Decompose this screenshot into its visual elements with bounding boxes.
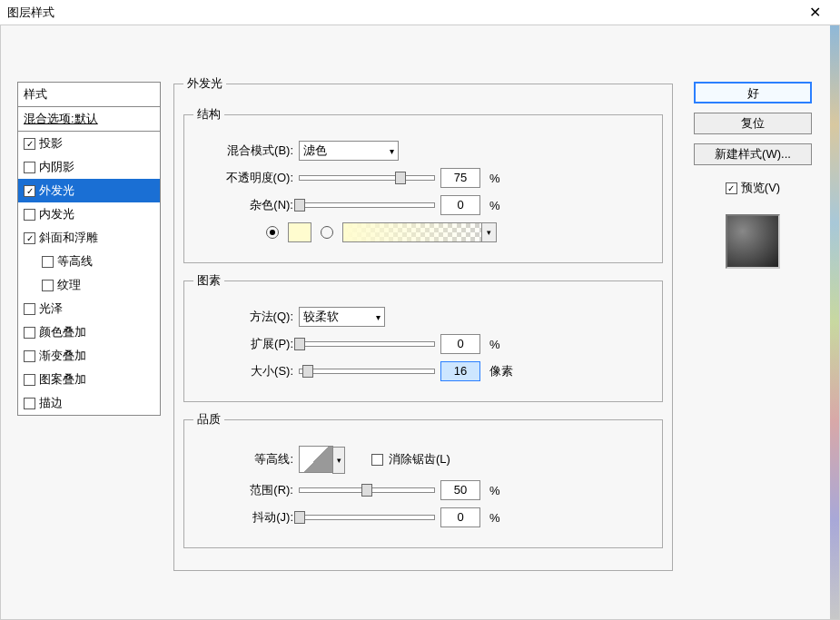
right-column: 好 复位 新建样式(W)... 预览(V) xyxy=(689,82,816,269)
style-label: 图案叠加 xyxy=(39,371,86,388)
opacity-unit: % xyxy=(489,172,500,185)
preview-checkbox[interactable] xyxy=(726,182,737,194)
style-item-8[interactable]: 颜色叠加 xyxy=(18,320,160,344)
new-style-button[interactable]: 新建样式(W)... xyxy=(694,143,812,165)
structure-legend: 结构 xyxy=(193,106,224,123)
antialias-checkbox[interactable] xyxy=(371,454,383,466)
section-title: 外发光 xyxy=(183,75,226,92)
style-checkbox[interactable] xyxy=(24,138,35,150)
style-checkbox[interactable] xyxy=(24,232,35,244)
spread-unit: % xyxy=(489,338,500,351)
color-radio[interactable] xyxy=(266,226,279,239)
style-item-2[interactable]: 外发光 xyxy=(18,179,160,202)
size-label: 大小(S): xyxy=(193,363,293,379)
range-label: 范围(R): xyxy=(193,482,293,498)
style-label: 内发光 xyxy=(39,206,74,222)
elements-fieldset: 图素 方法(Q): 较柔软 ▾ 扩展(P): 0 % 大小(S): xyxy=(183,272,663,402)
styles-header[interactable]: 样式 xyxy=(18,83,160,107)
elements-legend: 图素 xyxy=(193,272,224,289)
technique-combo[interactable]: 较柔软 ▾ xyxy=(299,307,385,327)
decorative-strip xyxy=(830,25,839,619)
titlebar: 图层样式 ✕ xyxy=(0,0,840,25)
size-slider[interactable] xyxy=(299,369,435,374)
style-checkbox[interactable] xyxy=(42,280,54,291)
color-swatch[interactable] xyxy=(288,222,311,242)
spread-input[interactable]: 0 xyxy=(440,334,480,354)
technique-value: 较柔软 xyxy=(303,309,339,325)
style-item-6[interactable]: 纹理 xyxy=(18,273,160,297)
dialog-body: 样式 混合选项:默认 投影内阴影外发光内发光斜面和浮雕等高线纹理光泽颜色叠加渐变… xyxy=(0,25,840,620)
style-item-1[interactable]: 内阴影 xyxy=(18,155,160,179)
quality-legend: 品质 xyxy=(193,411,224,428)
noise-input[interactable]: 0 xyxy=(440,195,480,215)
style-label: 光泽 xyxy=(39,300,63,317)
blend-mode-label: 混合模式(B): xyxy=(193,143,293,159)
style-label: 等高线 xyxy=(57,253,93,270)
jitter-unit: % xyxy=(489,511,500,525)
style-label: 外发光 xyxy=(39,182,74,199)
style-label: 内阴影 xyxy=(39,159,74,175)
style-item-11[interactable]: 描边 xyxy=(18,391,160,415)
chevron-down-icon: ▾ xyxy=(390,146,394,156)
style-label: 纹理 xyxy=(57,277,81,293)
style-checkbox[interactable] xyxy=(24,350,35,362)
opacity-input[interactable]: 75 xyxy=(440,168,480,188)
window-title: 图层样式 xyxy=(7,5,796,21)
size-unit: 像素 xyxy=(489,363,513,379)
style-item-10[interactable]: 图案叠加 xyxy=(18,368,160,391)
style-label: 描边 xyxy=(39,395,63,411)
style-label: 渐变叠加 xyxy=(39,348,86,364)
opacity-label: 不透明度(O): xyxy=(193,170,293,186)
style-checkbox[interactable] xyxy=(24,327,35,339)
blend-default[interactable]: 混合选项:默认 xyxy=(18,107,160,132)
style-label: 斜面和浮雕 xyxy=(39,230,98,246)
jitter-input[interactable]: 0 xyxy=(440,507,480,527)
style-checkbox[interactable] xyxy=(42,256,54,268)
style-label: 颜色叠加 xyxy=(39,324,86,340)
gradient-radio[interactable] xyxy=(321,226,333,239)
opacity-slider[interactable] xyxy=(299,175,435,181)
preview-thumbnail xyxy=(726,214,780,269)
style-checkbox[interactable] xyxy=(24,162,35,173)
style-checkbox[interactable] xyxy=(24,374,35,386)
style-item-7[interactable]: 光泽 xyxy=(18,297,160,320)
range-slider[interactable] xyxy=(299,487,435,493)
style-checkbox[interactable] xyxy=(24,303,35,315)
blend-mode-combo[interactable]: 滤色 ▾ xyxy=(299,141,399,161)
style-checkbox[interactable] xyxy=(24,398,35,409)
style-item-3[interactable]: 内发光 xyxy=(18,202,160,226)
center-panel: 外发光 结构 混合模式(B): 滤色 ▾ 不透明度(O): 75 % xyxy=(173,75,673,580)
gradient-swatch[interactable]: ▾ xyxy=(342,222,497,242)
reset-button[interactable]: 复位 xyxy=(694,113,812,134)
spread-slider[interactable] xyxy=(299,341,435,347)
style-checkbox[interactable] xyxy=(24,209,35,221)
noise-unit: % xyxy=(489,199,500,212)
style-item-4[interactable]: 斜面和浮雕 xyxy=(18,226,160,250)
close-icon[interactable]: ✕ xyxy=(796,4,833,21)
antialias-label: 消除锯齿(L) xyxy=(389,451,450,467)
size-input[interactable]: 16 xyxy=(440,361,480,381)
styles-panel: 样式 混合选项:默认 投影内阴影外发光内发光斜面和浮雕等高线纹理光泽颜色叠加渐变… xyxy=(17,82,161,416)
structure-fieldset: 结构 混合模式(B): 滤色 ▾ 不透明度(O): 75 % 杂色(N): xyxy=(183,106,663,263)
range-unit: % xyxy=(489,484,500,497)
style-label: 投影 xyxy=(39,135,63,152)
style-item-0[interactable]: 投影 xyxy=(18,132,160,155)
jitter-label: 抖动(J): xyxy=(193,509,293,526)
blend-mode-value: 滤色 xyxy=(303,143,327,159)
contour-picker[interactable]: ▾ xyxy=(299,446,333,473)
preview-label: 预览(V) xyxy=(741,180,780,196)
jitter-slider[interactable] xyxy=(299,515,435,520)
style-item-9[interactable]: 渐变叠加 xyxy=(18,344,160,368)
chevron-down-icon: ▾ xyxy=(481,223,496,241)
style-item-5[interactable]: 等高线 xyxy=(18,250,160,273)
noise-slider[interactable] xyxy=(299,202,435,208)
chevron-down-icon: ▾ xyxy=(376,312,380,322)
outer-glow-fieldset: 外发光 结构 混合模式(B): 滤色 ▾ 不透明度(O): 75 % xyxy=(173,75,673,571)
ok-button[interactable]: 好 xyxy=(694,82,812,103)
range-input[interactable]: 50 xyxy=(440,480,480,500)
chevron-down-icon: ▾ xyxy=(332,447,345,474)
noise-label: 杂色(N): xyxy=(193,197,293,213)
technique-label: 方法(Q): xyxy=(193,309,293,325)
style-checkbox[interactable] xyxy=(24,185,35,197)
contour-label: 等高线: xyxy=(193,451,293,467)
